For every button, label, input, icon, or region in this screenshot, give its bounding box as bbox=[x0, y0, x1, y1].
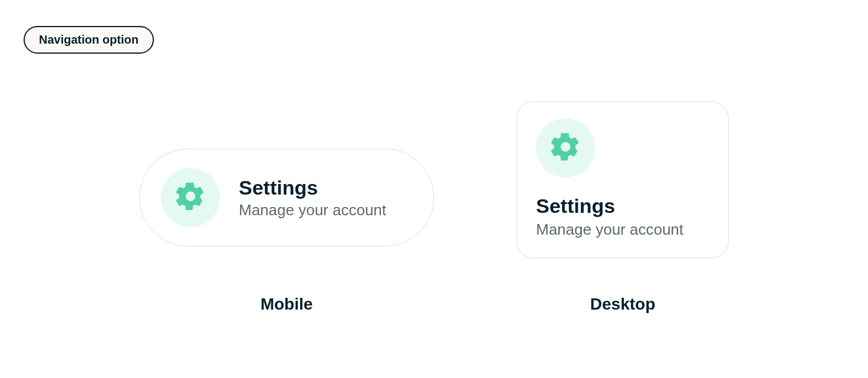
settings-icon-circle bbox=[161, 168, 220, 227]
desktop-card-wrapper: Settings Manage your account bbox=[517, 94, 729, 265]
desktop-example: Settings Manage your account Desktop bbox=[517, 94, 729, 314]
desktop-card-title: Settings bbox=[536, 194, 615, 218]
mobile-example: Settings Manage your account Mobile bbox=[139, 94, 434, 314]
settings-icon-circle bbox=[536, 119, 595, 178]
mobile-nav-card[interactable]: Settings Manage your account bbox=[139, 149, 434, 246]
gear-icon bbox=[549, 130, 582, 166]
mobile-caption: Mobile bbox=[261, 295, 313, 314]
desktop-card-subtitle: Manage your account bbox=[536, 221, 683, 239]
mobile-card-title: Settings bbox=[239, 176, 386, 200]
desktop-caption: Desktop bbox=[590, 295, 655, 314]
examples-container: Settings Manage your account Mobile Sett… bbox=[0, 94, 868, 314]
gear-icon bbox=[174, 180, 207, 215]
mobile-card-text: Settings Manage your account bbox=[239, 176, 386, 219]
nav-option-badge: Navigation option bbox=[24, 26, 154, 54]
mobile-card-wrapper: Settings Manage your account bbox=[139, 94, 434, 265]
mobile-card-subtitle: Manage your account bbox=[239, 201, 386, 219]
desktop-nav-card[interactable]: Settings Manage your account bbox=[517, 101, 729, 258]
nav-option-badge-label: Navigation option bbox=[39, 33, 139, 46]
